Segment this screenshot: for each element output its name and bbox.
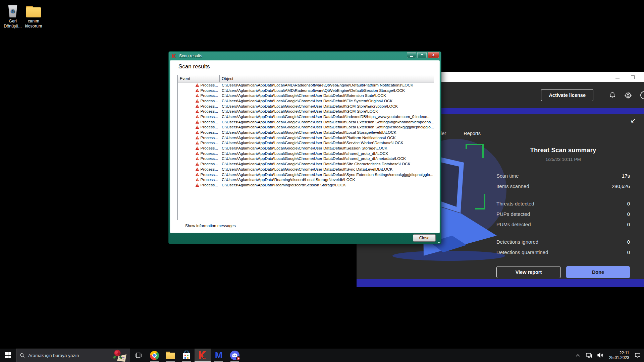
row-event: Process... [201, 125, 218, 129]
stat-label: Detections quarantined [496, 249, 548, 255]
row-event: Process... [201, 135, 218, 140]
collapse-arrow-icon[interactable]: ↙ [630, 116, 636, 124]
table-row[interactable]: ! Process... C:\Users\Aglamican\AppData\… [178, 135, 434, 140]
table-row[interactable]: ! Process... C:\Users\Aglamican\AppData\… [178, 156, 434, 162]
taskbar-store[interactable] [178, 349, 195, 362]
row-object: C:\Users\Aglamican\AppData\Local\Google\… [220, 140, 434, 145]
row-event: Process... [201, 120, 218, 124]
hidden-icons-chevron[interactable] [573, 349, 583, 362]
table-row[interactable]: ! Process... C:\Users\Aglamican\AppData\… [178, 82, 434, 88]
row-event: Process... [201, 93, 218, 98]
row-object: C:\Users\Aglamican\AppData\Local\Google\… [220, 167, 434, 172]
warning-icon: ! [196, 162, 199, 166]
row-object: C:\Users\Aglamican\AppData\Local\AMD\Rad… [220, 88, 434, 93]
taskbar-malwarebytes[interactable]: M [211, 349, 227, 362]
row-event: Process... [201, 183, 218, 187]
table-row[interactable]: ! Process... C:\Users\Aglamican\AppData\… [178, 98, 434, 104]
dialog-maximize-button[interactable] [417, 52, 427, 58]
table-row[interactable]: ! Process... C:\Users\Aglamican\AppData\… [178, 177, 434, 182]
table-row[interactable]: ! Process... C:\Users\Aglamican\AppData\… [178, 109, 434, 114]
warning-icon: ! [196, 168, 199, 171]
row-object: C:\Users\Aglamican\AppData\Local\Google\… [220, 109, 434, 114]
row-event: Process... [201, 140, 218, 145]
row-event: Process... [201, 88, 218, 93]
action-stats: Detections ignored 0 Detections quaranti… [496, 237, 630, 257]
table-row[interactable]: ! Process... C:\Users\Aglamican\AppData\… [178, 161, 434, 167]
stat-value: 0 [627, 211, 630, 217]
gear-icon[interactable] [624, 91, 632, 99]
start-button[interactable] [0, 349, 16, 362]
action-center-icon[interactable] [633, 349, 643, 362]
table-row[interactable]: ! Process... C:\Users\Aglamican\AppData\… [178, 172, 434, 177]
column-header-event[interactable]: Event [178, 75, 220, 82]
header-divider [601, 89, 601, 101]
microsoft-store-icon [182, 351, 191, 360]
network-icon[interactable] [584, 349, 594, 362]
stat-label: Items scanned [496, 183, 529, 189]
stat-row: PUMs detected 0 [496, 219, 630, 230]
stat-label: PUPs detected [496, 211, 530, 217]
table-row[interactable]: ! Process... C:\Users\Aglamican\AppData\… [178, 130, 434, 135]
stat-value: 0 [627, 249, 630, 255]
done-button[interactable]: Done [566, 266, 630, 278]
row-object: C:\Users\Aglamican\AppData\Local\Google\… [220, 120, 434, 124]
row-object: C:\Users\Aglamican\AppData\Local\Google\… [220, 130, 434, 135]
row-object: C:\Users\Aglamican\AppData\Local\Google\… [220, 162, 434, 166]
volume-icon[interactable] [596, 349, 606, 362]
view-report-button[interactable]: View report [496, 266, 561, 278]
warning-icon: ! [196, 141, 199, 144]
warning-icon: ! [196, 83, 199, 87]
activate-license-button[interactable]: Activate license [541, 89, 593, 101]
table-row[interactable]: ! Process... C:\Users\Aglamican\AppData\… [178, 182, 434, 188]
table-row[interactable]: ! Process... C:\Users\Aglamican\AppData\… [178, 145, 434, 151]
table-row[interactable]: ! Process... C:\Users\Aglamican\AppData\… [178, 151, 434, 156]
desktop-icon-folder[interactable]: canım klosorum [21, 3, 46, 29]
taskbar-clock[interactable]: 22:11 25.01.2023 [607, 351, 631, 360]
table-row[interactable]: ! Process... C:\Users\Aglamican\AppData\… [178, 119, 434, 125]
warning-icon: ! [196, 120, 199, 124]
dialog-minimize-button[interactable] [407, 52, 416, 58]
dialog-close-button[interactable]: X [428, 52, 439, 58]
stat-label: Detections ignored [496, 239, 538, 245]
taskbar-search[interactable]: Aramak için buraya yazın [16, 349, 130, 362]
summary-timestamp: 1/25/23 10:11 PM [496, 157, 630, 162]
table-row[interactable]: ! Process... C:\Users\Aglamican\AppData\… [178, 167, 434, 172]
row-object: C:\Users\Aglamican\AppData\Local\Google\… [220, 125, 434, 129]
table-row[interactable]: ! Process... C:\Users\Aglamican\AppData\… [178, 104, 434, 109]
table-row[interactable]: ! Process... C:\Users\Aglamican\AppData\… [178, 88, 434, 93]
dialog-titlebar[interactable]: Scan results X [169, 52, 441, 60]
close-button[interactable]: Close [413, 234, 436, 242]
taskbar-chrome[interactable] [146, 349, 162, 362]
minimize-icon[interactable] [615, 78, 620, 78]
taskbar-kaspersky[interactable] [195, 349, 211, 362]
table-row[interactable]: ! Process... C:\Users\Aglamican\AppData\… [178, 93, 434, 98]
table-row[interactable]: ! Process... C:\Users\Aglamican\AppData\… [178, 140, 434, 146]
maximize-icon[interactable] [631, 75, 635, 79]
kaspersky-icon [198, 351, 207, 360]
taskbar-discord[interactable] [227, 349, 243, 362]
bell-icon[interactable] [608, 91, 616, 99]
recycle-arrows-icon: ♻ [10, 9, 15, 14]
show-info-checkbox[interactable] [179, 224, 183, 228]
stat-row: PUPs detected 0 [496, 209, 630, 219]
scan-results-table: Event Object ! Process... C:\Users\Aglam… [177, 75, 434, 220]
stat-row: Threats detected 0 [496, 198, 630, 209]
search-highlight-rose-icon[interactable] [112, 349, 127, 362]
column-header-object[interactable]: Object [220, 75, 434, 82]
warning-icon: ! [196, 146, 199, 150]
stat-label: Scan time [496, 173, 519, 179]
table-row[interactable]: ! Process... C:\Users\Aglamican\AppData\… [178, 125, 434, 130]
row-object: C:\Users\Aglamican\AppData\Local\Google\… [220, 151, 434, 156]
taskbar-file-explorer[interactable] [162, 349, 178, 362]
help-icon[interactable] [640, 91, 644, 99]
warning-icon: ! [196, 125, 199, 129]
row-object: C:\Users\Aglamican\AppData\Local\Google\… [220, 135, 434, 140]
folder-label-line2: klosorum [21, 24, 46, 29]
row-object: C:\Users\Aglamican\AppData\Local\Google\… [220, 99, 434, 103]
task-view-button[interactable] [130, 349, 146, 362]
stat-row: Items scanned 280,626 [496, 181, 630, 191]
table-row[interactable]: ! Process... C:\Users\Aglamican\AppData\… [178, 114, 434, 119]
dialog-title: Scan results [179, 54, 407, 58]
clock-date: 25.01.2023 [609, 355, 629, 360]
resize-grip[interactable] [437, 239, 440, 243]
